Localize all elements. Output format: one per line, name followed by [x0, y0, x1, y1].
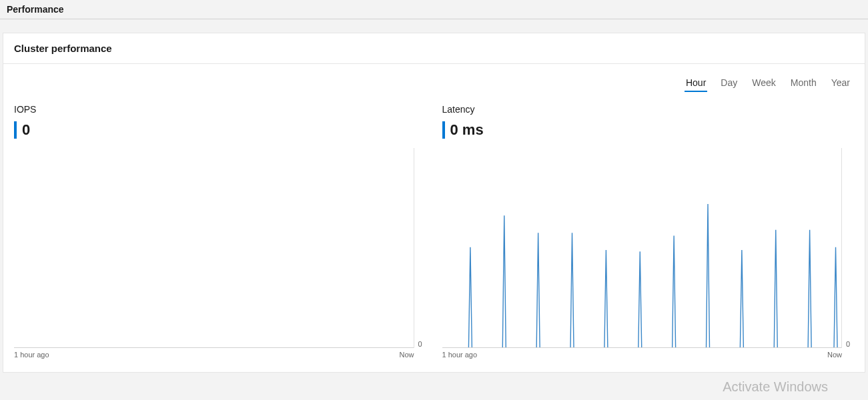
latency-x-start: 1 hour ago	[442, 351, 478, 359]
iops-plot-area[interactable]: 0	[14, 148, 426, 348]
latency-x-axis: 1 hour ago Now	[442, 351, 855, 359]
time-range-tabs: Hour Day Week Month Year	[14, 71, 854, 104]
windows-activation-watermark: Activate Windows	[723, 379, 828, 395]
cluster-performance-panel: Cluster performance Hour Day Week Month …	[3, 33, 865, 373]
iops-kpi: 0	[14, 121, 426, 139]
latency-y-baseline-label: 0	[842, 148, 854, 348]
iops-value: 0	[22, 121, 30, 139]
latency-x-end: Now	[827, 351, 842, 359]
accent-bar-icon	[14, 121, 17, 139]
iops-plot	[14, 148, 414, 348]
iops-baseline	[14, 347, 414, 348]
tab-week[interactable]: Week	[751, 76, 777, 92]
page-title: Performance	[0, 0, 868, 19]
latency-plot	[442, 148, 843, 348]
tab-day[interactable]: Day	[719, 76, 739, 92]
panel-title: Cluster performance	[3, 33, 865, 64]
latency-value: 0 ms	[450, 121, 484, 139]
spacer	[0, 19, 868, 33]
latency-plot-area[interactable]: 0	[442, 148, 855, 348]
latency-kpi: 0 ms	[442, 121, 855, 139]
iops-chart: IOPS 0 0 1 hour ago Now	[14, 104, 426, 359]
accent-bar-icon	[442, 121, 445, 139]
iops-y-baseline-label: 0	[414, 148, 426, 348]
latency-chart: Latency 0 ms 0 1 hour ago Now	[442, 104, 855, 359]
latency-label: Latency	[442, 104, 855, 115]
panel-body: Hour Day Week Month Year IOPS 0 0	[3, 64, 865, 372]
tab-year[interactable]: Year	[830, 76, 851, 92]
iops-label: IOPS	[14, 104, 426, 115]
charts-row: IOPS 0 0 1 hour ago Now	[14, 104, 854, 359]
iops-x-axis: 1 hour ago Now	[14, 351, 426, 359]
latency-baseline	[442, 347, 842, 348]
iops-x-start: 1 hour ago	[14, 351, 49, 359]
tab-hour[interactable]: Hour	[685, 76, 707, 92]
tab-month[interactable]: Month	[789, 76, 818, 92]
iops-x-end: Now	[399, 351, 414, 359]
